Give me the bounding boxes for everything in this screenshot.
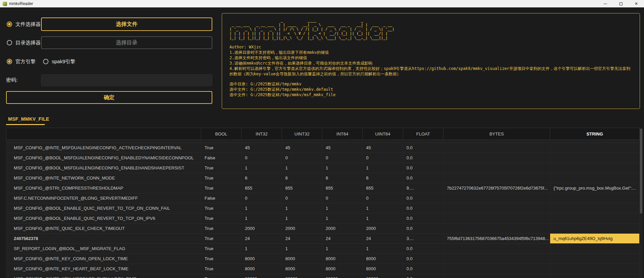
row-value-cell[interactable]: 0 bbox=[282, 153, 322, 163]
row-key-cell[interactable]: MSF_CONFIG_@STRI_COMPRESSTHRESHOLDMAP bbox=[6, 183, 201, 193]
row-value-cell[interactable]: 8000 bbox=[242, 264, 282, 274]
row-value-cell[interactable]: False bbox=[201, 153, 242, 163]
row-value-cell[interactable]: 0 bbox=[363, 193, 403, 203]
header-cell-int32[interactable]: INT32 bbox=[242, 128, 282, 140]
row-value-cell[interactable] bbox=[443, 193, 550, 203]
row-value-cell[interactable]: True bbox=[201, 234, 242, 243]
row-value-cell[interactable]: 0.0 bbox=[403, 213, 443, 223]
row-value-cell[interactable]: 0.0 bbox=[403, 244, 443, 253]
row-value-cell[interactable]: 0 bbox=[322, 153, 363, 163]
row-value-cell[interactable]: 8000 bbox=[282, 264, 322, 274]
header-cell-float[interactable]: FLOAT bbox=[403, 128, 443, 140]
row-key-cell[interactable]: MSF_CONFIG_@INTE_NETWORK_CONN_MODE bbox=[6, 173, 201, 183]
row-value-cell[interactable]: 1 bbox=[363, 213, 403, 223]
row-key-cell[interactable]: MSF_CONFIG_@BOOL_ENABLE_QUIC_REVERT_TO_T… bbox=[6, 213, 201, 223]
file-picker-radio[interactable] bbox=[7, 22, 12, 27]
maximize-button[interactable] bbox=[613, 0, 629, 7]
table-row[interactable]: SP_REPORT_LOGIN_@BOOL__MSF_MIGRATE_FLAGT… bbox=[6, 244, 640, 254]
row-key-cell[interactable]: MSF_CONFIG_@INTE_KEY_HEART_BEAT_LOCK_TIM… bbox=[6, 264, 201, 274]
row-value-cell[interactable]: 1 bbox=[282, 244, 322, 253]
row-value-cell[interactable]: 1 bbox=[363, 203, 403, 213]
row-value-cell[interactable]: 0.0 bbox=[403, 153, 443, 163]
header-cell-bool[interactable]: BOOL bbox=[201, 128, 242, 140]
row-value-cell[interactable]: 45 bbox=[282, 143, 322, 153]
row-value-cell[interactable] bbox=[550, 203, 640, 213]
row-key-cell[interactable]: MSF_CONFIG_@BOOL_ENABLE_QUIC_REVERT_TO_T… bbox=[6, 203, 201, 213]
table-row[interactable]: 2407562378True242424243....755f6d7136317… bbox=[6, 234, 640, 244]
row-value-cell[interactable] bbox=[443, 153, 550, 163]
table-row[interactable]: MSF_CONFIG_@BOOL_ENABLE_QUIC_REVERT_TO_T… bbox=[6, 203, 640, 213]
row-value-cell[interactable]: 3.... bbox=[403, 234, 443, 243]
row-value-cell[interactable]: 6 bbox=[363, 173, 403, 183]
row-value-cell[interactable] bbox=[443, 224, 550, 233]
row-value-cell[interactable] bbox=[550, 224, 640, 233]
row-value-cell[interactable] bbox=[443, 274, 550, 278]
row-value-cell[interactable]: {"trpc.group_pro.msg_box.MsgBox.Get":... bbox=[550, 183, 640, 193]
row-value-cell[interactable] bbox=[550, 274, 640, 278]
row-key-cell[interactable]: MSF_CONFIG_@BOOL_MSFDUALENGINECONFIG_ENA… bbox=[6, 153, 201, 163]
row-value-cell[interactable]: 30000 bbox=[282, 274, 322, 278]
row-value-cell[interactable] bbox=[443, 213, 550, 223]
row-value-cell[interactable]: 1 bbox=[322, 163, 363, 173]
row-value-cell[interactable]: 0.0 bbox=[403, 274, 443, 278]
row-value-cell[interactable]: 8000 bbox=[363, 254, 403, 264]
scrollbar-thumb[interactable] bbox=[640, 129, 642, 213]
row-value-cell[interactable]: True bbox=[201, 274, 242, 278]
row-key-cell[interactable]: MSF_CONFIG_@INTE_KEY_CONN_OPEN_LOCK_TIME bbox=[6, 254, 201, 264]
table-row[interactable]: MSF_CONFIG_@BOOL_MSFDUALENGINECONFIG_ENA… bbox=[6, 153, 640, 163]
header-cell-uint64[interactable]: UINT64 bbox=[363, 128, 403, 140]
row-value-cell[interactable]: 0 bbox=[282, 193, 322, 203]
minimize-button[interactable] bbox=[598, 0, 613, 7]
row-value-cell[interactable]: 655 bbox=[242, 183, 282, 193]
row-value-cell[interactable] bbox=[550, 244, 640, 253]
row-value-cell[interactable] bbox=[550, 193, 640, 203]
row-value-cell[interactable]: 24 bbox=[363, 234, 403, 243]
table-row[interactable]: MSF_CONFIG_@INTE_QUIC_IDLE_CHECK_TIMEOUT… bbox=[6, 224, 640, 234]
select-file-button[interactable]: 选择文件 bbox=[41, 17, 212, 31]
row-value-cell[interactable]: 6 bbox=[282, 173, 322, 183]
table-row[interactable]: MSF_CONFIG_@BOOL_ENABLE_QUIC_REVERT_TO_T… bbox=[6, 213, 640, 224]
header-cell-key[interactable] bbox=[6, 128, 201, 140]
row-value-cell[interactable] bbox=[443, 264, 550, 274]
row-key-cell[interactable]: MSF_CONFIG_@INTE_MSFDUALENGINECONFIG_ACT… bbox=[6, 143, 201, 153]
row-value-cell[interactable]: 24 bbox=[282, 234, 322, 243]
row-value-cell[interactable]: 45 bbox=[242, 143, 282, 153]
row-value-cell[interactable]: 1 bbox=[242, 244, 282, 253]
row-value-cell[interactable] bbox=[550, 254, 640, 264]
row-value-cell[interactable]: 30000 bbox=[322, 274, 363, 278]
row-value-cell[interactable]: True bbox=[201, 254, 242, 264]
row-value-cell[interactable]: 8000 bbox=[363, 264, 403, 274]
row-value-cell[interactable]: 1 bbox=[282, 163, 322, 173]
row-value-cell[interactable]: 1 bbox=[363, 244, 403, 253]
table-row[interactable]: MSF_CONFIG_@INTE_MSFDUALENGINECONFIG_ACT… bbox=[6, 143, 640, 153]
row-value-cell[interactable]: 8000 bbox=[242, 254, 282, 264]
row-value-cell[interactable]: 2000 bbox=[322, 224, 363, 233]
row-value-cell[interactable]: True bbox=[201, 224, 242, 233]
row-value-cell[interactable] bbox=[550, 163, 640, 173]
row-value-cell[interactable]: 1 bbox=[363, 163, 403, 173]
row-value-cell[interactable] bbox=[443, 203, 550, 213]
row-value-cell[interactable]: 2000 bbox=[242, 224, 282, 233]
row-value-cell[interactable]: 45 bbox=[363, 143, 403, 153]
select-dir-button[interactable]: 选择目录 bbox=[41, 36, 212, 49]
row-value-cell[interactable] bbox=[443, 173, 550, 183]
row-value-cell[interactable]: True bbox=[201, 264, 242, 274]
row-value-cell[interactable]: 1 bbox=[282, 213, 322, 223]
spak9-engine-radio[interactable] bbox=[43, 59, 48, 64]
row-value-cell[interactable]: 30000 bbox=[363, 274, 403, 278]
row-key-cell[interactable]: SP_REPORT_LOGIN_@BOOL__MSF_MIGRATE_FLAG bbox=[6, 244, 201, 253]
row-value-cell[interactable]: 2000 bbox=[282, 224, 322, 233]
table-row[interactable]: MSF.C.NETCONNINFOCENTER_@LONG_SERVERTIME… bbox=[6, 193, 640, 203]
row-value-cell[interactable]: 0 bbox=[363, 153, 403, 163]
row-value-cell[interactable]: 2000 bbox=[363, 224, 403, 233]
row-value-cell[interactable]: True bbox=[201, 173, 242, 183]
row-value-cell[interactable]: 1 bbox=[242, 203, 282, 213]
row-value-cell[interactable]: True bbox=[201, 143, 242, 153]
row-value-cell[interactable]: 7b22747270632e67726f75705f70726f2e6d7367… bbox=[443, 183, 550, 193]
row-value-cell[interactable]: False bbox=[201, 193, 242, 203]
header-cell-string[interactable]: STRING bbox=[550, 128, 640, 140]
header-cell-bytes[interactable]: BYTES bbox=[443, 128, 550, 140]
table-row[interactable]: MSF_CONFIG_@INTE_KEY_HEART_BEAT_LOCK_TIM… bbox=[6, 264, 640, 274]
table-row[interactable]: MSF_CONFIG_@INTE_KEY_MESSAGE_PUSH_LOCK_T… bbox=[6, 274, 640, 278]
row-value-cell[interactable] bbox=[443, 163, 550, 173]
